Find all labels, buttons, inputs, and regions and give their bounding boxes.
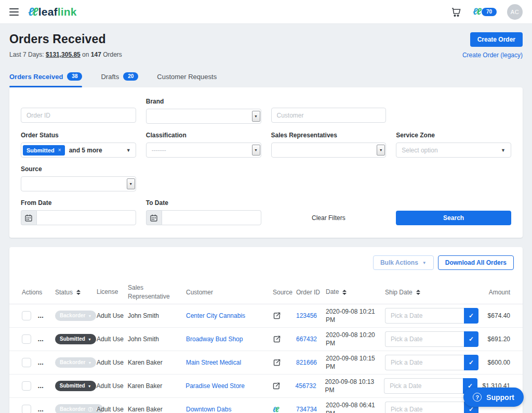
to-date-input[interactable] xyxy=(162,210,261,225)
service-zone-select[interactable]: Select option xyxy=(396,143,511,158)
brand-select-arrow-icon[interactable] xyxy=(252,111,260,122)
external-source-icon xyxy=(273,312,296,320)
column-header-date[interactable]: Date xyxy=(326,288,385,296)
row-actions-menu-icon[interactable] xyxy=(38,382,44,390)
date-cell: 2020-09-08 06:41 PM xyxy=(326,401,385,413)
order-status-chip: Submitted xyxy=(23,145,65,156)
order-id-link[interactable]: 821666 xyxy=(296,359,317,366)
amount-cell: $691.20 xyxy=(484,335,510,343)
confirm-ship-date-button[interactable] xyxy=(464,331,478,347)
download-all-orders-button[interactable]: Download All Orders xyxy=(438,255,514,270)
row-checkbox[interactable] xyxy=(22,358,31,367)
tab-customer-requests[interactable]: Customer Requests xyxy=(157,72,217,87)
row-actions-menu-icon[interactable] xyxy=(38,406,44,413)
license-cell: Adult Use xyxy=(97,312,128,320)
amount-cell: $674.40 xyxy=(484,312,510,319)
customer-link[interactable]: Paradise Weed Store xyxy=(185,382,245,390)
table-row: Backorder Adult Use John Smith Center Ci… xyxy=(9,304,523,328)
tab-orders-received[interactable]: Orders Received 38 xyxy=(9,72,82,87)
status-badge[interactable]: Backorder xyxy=(55,311,96,321)
order-id-input[interactable] xyxy=(21,108,136,123)
order-id-link[interactable]: 667432 xyxy=(296,335,317,343)
create-order-legacy-link[interactable]: Create Order (legacy) xyxy=(462,51,523,59)
column-header-status[interactable]: Status xyxy=(55,289,97,296)
ship-date-input[interactable] xyxy=(385,331,464,347)
source-select-arrow-icon[interactable] xyxy=(127,178,135,189)
order-id-link[interactable]: 734734 xyxy=(296,406,317,413)
column-header-ship-date[interactable]: Ship Date xyxy=(385,289,484,296)
avatar[interactable]: AC xyxy=(507,4,523,20)
ship-date-input[interactable] xyxy=(384,378,463,394)
to-date-label: To Date xyxy=(146,199,261,206)
order-id-link[interactable]: 123456 xyxy=(296,312,317,319)
to-date-calendar-icon[interactable] xyxy=(146,210,162,225)
from-date-input[interactable] xyxy=(36,210,136,225)
table-header-row: Actions Status License Sales Representat… xyxy=(9,280,523,304)
row-checkbox[interactable] xyxy=(22,311,31,320)
date-cell: 2020-09-08 10:20 PM xyxy=(326,331,385,347)
sales-representatives-select[interactable] xyxy=(271,143,387,158)
chevron-down-icon xyxy=(422,261,427,265)
row-checkbox[interactable] xyxy=(22,381,31,391)
order-id-link[interactable]: 456732 xyxy=(296,382,316,390)
row-checkbox[interactable] xyxy=(22,405,31,413)
external-source-icon xyxy=(273,358,296,367)
order-status-multiselect[interactable]: Submitted and 5 more xyxy=(21,143,136,158)
ship-date-input[interactable] xyxy=(385,355,464,370)
menu-icon[interactable] xyxy=(9,8,19,16)
customer-link[interactable]: Broadway Bud Shop xyxy=(186,335,243,343)
tab-label: Customer Requests xyxy=(157,73,217,81)
chevron-down-icon xyxy=(88,361,91,365)
sort-icon[interactable] xyxy=(342,290,347,295)
search-button[interactable]: Search xyxy=(396,211,511,225)
bulk-actions-button[interactable]: Bulk Actions xyxy=(373,255,434,270)
chip-remove-icon[interactable] xyxy=(58,147,61,153)
support-label: Support xyxy=(486,393,514,402)
tab-drafts[interactable]: Drafts 20 xyxy=(101,72,138,87)
customer-link[interactable]: Center City Cannabis xyxy=(186,312,245,319)
row-actions-menu-icon[interactable] xyxy=(38,312,44,320)
leaflink-source-icon: ℓℓ xyxy=(273,405,278,413)
column-header-sales-representative: Sales Representative xyxy=(128,283,186,300)
sort-icon[interactable] xyxy=(76,290,81,295)
status-badge[interactable]: Submitted xyxy=(55,381,96,391)
customer-input[interactable] xyxy=(271,108,387,123)
status-label: Backorder xyxy=(60,313,85,318)
support-button[interactable]: Support xyxy=(463,388,524,407)
page-title: Orders Received xyxy=(9,32,122,46)
create-order-button[interactable]: Create Order xyxy=(470,32,523,47)
top-navigation-bar: ℓℓ leaflink ℓℓ 70 AC xyxy=(0,0,532,24)
summary-amount[interactable]: $131,305.85 xyxy=(46,51,81,58)
amount-cell: $600.00 xyxy=(484,359,510,366)
classification-select-arrow-icon[interactable] xyxy=(252,145,260,156)
customer-link[interactable]: Main Street Medical xyxy=(186,359,241,366)
chevron-down-icon xyxy=(501,148,506,153)
brand-select[interactable] xyxy=(146,109,261,124)
confirm-ship-date-button[interactable] xyxy=(464,355,478,370)
sales-representatives-label: Sales Representatives xyxy=(271,132,387,139)
from-date-label: From Date xyxy=(21,199,136,206)
date-cell: 2020-09-08 10:13 PM xyxy=(325,378,384,394)
leaflink-mini-mark-icon: ℓℓ xyxy=(473,6,481,17)
leaflink-logo[interactable]: ℓℓ leaflink xyxy=(28,5,77,19)
row-actions-menu-icon[interactable] xyxy=(38,359,44,367)
clear-filters-button[interactable]: Clear Filters xyxy=(312,214,345,222)
source-select[interactable] xyxy=(21,176,136,191)
row-checkbox[interactable] xyxy=(22,334,31,344)
ship-date-input[interactable] xyxy=(385,402,464,413)
status-badge[interactable]: Submitted xyxy=(55,334,96,344)
confirm-ship-date-button[interactable] xyxy=(464,308,478,324)
notifications-badge[interactable]: ℓℓ 70 xyxy=(473,6,497,17)
customer-link[interactable]: Downtown Dabs xyxy=(186,406,231,413)
sales-rep-cell: Karen Baker xyxy=(128,358,186,367)
sort-icon[interactable] xyxy=(416,290,420,295)
brand-label: Brand xyxy=(146,98,261,105)
cart-icon[interactable] xyxy=(450,6,462,18)
ship-date-input[interactable] xyxy=(385,308,464,324)
status-badge[interactable]: Backorder xyxy=(55,357,96,368)
classification-select[interactable]: ------- xyxy=(146,143,261,158)
sales-representatives-select-arrow-icon[interactable] xyxy=(377,145,385,156)
from-date-calendar-icon[interactable] xyxy=(21,210,36,225)
chevron-down-icon xyxy=(88,338,91,341)
row-actions-menu-icon[interactable] xyxy=(38,335,44,343)
